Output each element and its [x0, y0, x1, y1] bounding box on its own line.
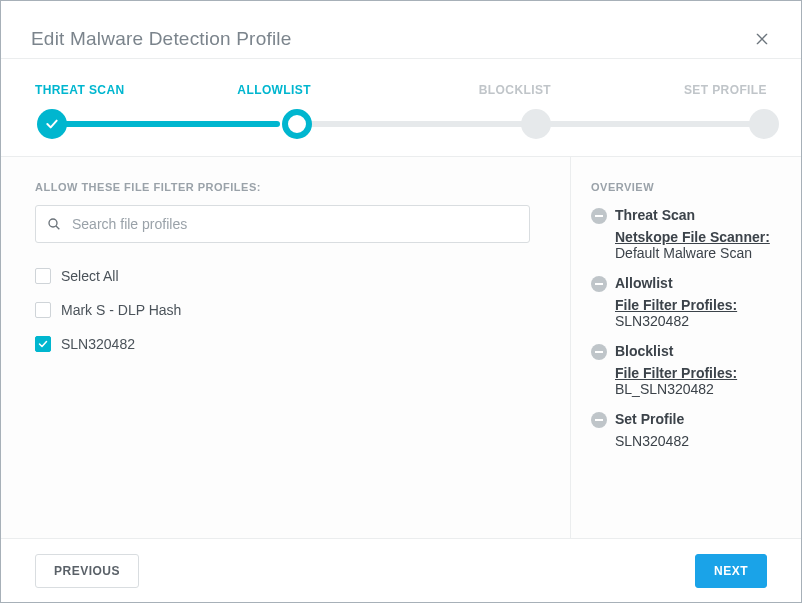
overview-pane: OVERVIEW Threat Scan Netskope File Scann… [571, 157, 801, 538]
overview-item-set-profile: Set Profile SLN320482 [591, 411, 775, 449]
step-label-threat-scan[interactable]: THREAT SCAN [35, 83, 125, 97]
previous-button[interactable]: PREVIOUS [35, 554, 139, 588]
overview-link[interactable]: Netskope File Scanner: [615, 229, 770, 245]
select-all-row[interactable]: Select All [35, 259, 540, 293]
overview-title: Set Profile [615, 411, 689, 427]
step-node-allowlist[interactable] [282, 109, 312, 139]
step-node-threat-scan[interactable] [37, 109, 67, 139]
checkbox-icon [35, 268, 51, 284]
next-button[interactable]: NEXT [695, 554, 767, 588]
overview-value: SLN320482 [615, 313, 689, 329]
stepper-track [35, 109, 767, 139]
overview-item-allowlist: Allowlist File Filter Profiles: SLN32048… [591, 275, 775, 329]
step-label-blocklist[interactable]: BLOCKLIST [479, 83, 551, 97]
step-node-blocklist[interactable] [521, 109, 551, 139]
overview-value: SLN320482 [615, 433, 689, 449]
check-icon [37, 338, 49, 350]
list-item-label: SLN320482 [61, 336, 135, 352]
svg-point-0 [49, 219, 57, 227]
minus-circle-icon [591, 208, 607, 224]
minus-circle-icon [591, 412, 607, 428]
overview-value: BL_SLN320482 [615, 381, 714, 397]
list-item[interactable]: Mark S - DLP Hash [35, 293, 540, 327]
step-label-allowlist[interactable]: ALLOWLIST [237, 83, 311, 97]
overview-item-threat-scan: Threat Scan Netskope File Scanner: Defau… [591, 207, 775, 261]
list-item[interactable]: SLN320482 [35, 327, 540, 361]
overview-item-blocklist: Blocklist File Filter Profiles: BL_SLN32… [591, 343, 775, 397]
minus-circle-icon [591, 276, 607, 292]
checkbox-icon [35, 302, 51, 318]
overview-title: Allowlist [615, 275, 737, 291]
stepper: THREAT SCAN ALLOWLIST BLOCKLIST SET PROF… [1, 59, 801, 157]
step-segment-3 [535, 121, 760, 127]
list-item-label: Mark S - DLP Hash [61, 302, 181, 318]
overview-value: Default Malware Scan [615, 245, 752, 261]
step-label-set-profile[interactable]: SET PROFILE [684, 83, 767, 97]
profile-list: Select All Mark S - DLP Hash SLN320482 [35, 259, 540, 361]
dialog-footer: PREVIOUS NEXT [1, 538, 801, 602]
overview-link[interactable]: File Filter Profiles: [615, 365, 737, 381]
overview-title: Blocklist [615, 343, 737, 359]
search-box[interactable] [35, 205, 530, 243]
search-icon [46, 216, 62, 232]
search-input[interactable] [72, 216, 519, 232]
step-segment-1 [50, 121, 280, 127]
overview-heading: OVERVIEW [591, 181, 775, 193]
step-segment-2 [295, 121, 525, 127]
close-icon[interactable] [753, 30, 771, 48]
dialog-body: ALLOW THESE FILE FILTER PROFILES: Select… [1, 157, 801, 538]
select-all-label: Select All [61, 268, 119, 284]
checkbox-icon [35, 336, 51, 352]
minus-circle-icon [591, 344, 607, 360]
step-node-set-profile[interactable] [749, 109, 779, 139]
overview-title: Threat Scan [615, 207, 770, 223]
allowlist-pane: ALLOW THESE FILE FILTER PROFILES: Select… [1, 157, 571, 538]
allowlist-heading: ALLOW THESE FILE FILTER PROFILES: [35, 181, 540, 193]
dialog-title: Edit Malware Detection Profile [31, 28, 292, 50]
edit-malware-profile-dialog: Edit Malware Detection Profile THREAT SC… [0, 0, 802, 603]
overview-link[interactable]: File Filter Profiles: [615, 297, 737, 313]
check-icon [44, 116, 60, 132]
dialog-header: Edit Malware Detection Profile [1, 1, 801, 59]
